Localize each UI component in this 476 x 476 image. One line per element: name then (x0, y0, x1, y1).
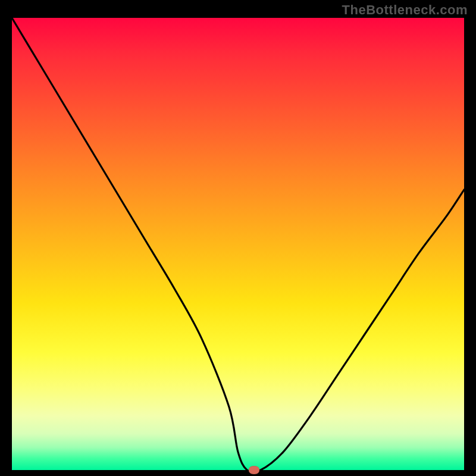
curve-svg (12, 18, 464, 470)
watermark-text: TheBottleneck.com (342, 2, 468, 18)
minimum-marker (249, 466, 259, 474)
chart-frame: TheBottleneck.com (0, 0, 476, 476)
plot-area (12, 18, 464, 470)
bottleneck-curve-path (12, 18, 464, 472)
